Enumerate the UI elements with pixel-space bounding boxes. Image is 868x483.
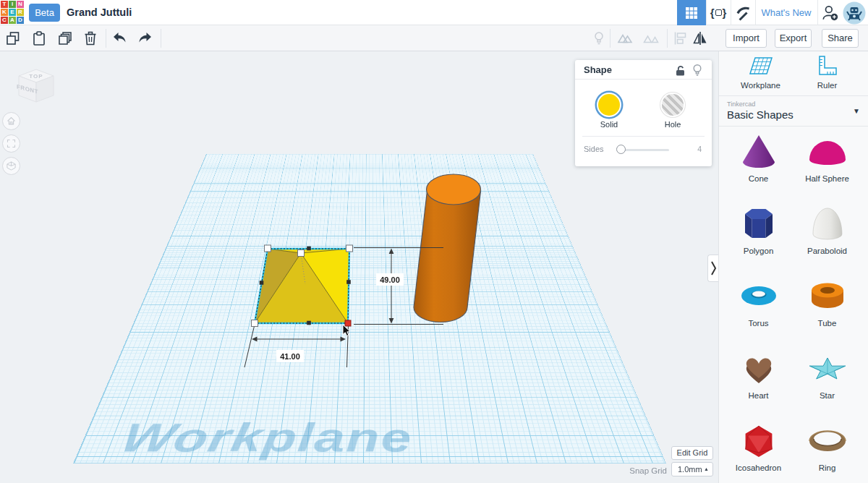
torus-shape-icon bbox=[737, 277, 780, 315]
group-icon[interactable] bbox=[616, 30, 634, 47]
flip-mirror-icon[interactable] bbox=[692, 30, 709, 47]
active-drag-handle[interactable] bbox=[345, 320, 351, 326]
snap-grid-label: Snap Grid bbox=[613, 463, 667, 478]
snap-grid-value: 1.0mm bbox=[678, 465, 702, 474]
redo-icon[interactable] bbox=[136, 30, 153, 47]
shapes-sidebar: Workplane Ruler Tinkercad Basic Shapes ▼ bbox=[718, 51, 868, 483]
cone-shape-icon bbox=[737, 132, 780, 170]
shape-tile-torus[interactable]: Torus bbox=[723, 271, 793, 343]
divider bbox=[667, 29, 668, 48]
title-bar: T I N K E R C A D Beta Grand Juttuli bbox=[0, 0, 868, 25]
shape-tile-polygon[interactable]: Polygon bbox=[723, 199, 793, 271]
shape-tile-paraboloid[interactable]: Paraboloid bbox=[792, 199, 862, 271]
sides-label: Sides bbox=[584, 145, 604, 153]
account-avatar[interactable] bbox=[842, 0, 867, 25]
home-view-button[interactable] bbox=[2, 112, 20, 130]
import-button[interactable]: Import bbox=[726, 29, 767, 48]
corner-handle[interactable] bbox=[346, 245, 353, 252]
snap-grid-dropdown[interactable]: 1.0mm ▲ bbox=[671, 462, 713, 476]
shape-tile-cone[interactable]: Cone bbox=[723, 127, 793, 199]
shape-label: Cone bbox=[723, 174, 793, 183]
perspective-toggle-button[interactable] bbox=[2, 157, 20, 175]
shape-tile-half-sphere[interactable]: Half Sphere bbox=[792, 127, 862, 199]
edge-handle[interactable] bbox=[260, 281, 264, 285]
shape-label: Icosahedron bbox=[723, 463, 793, 472]
align-icon[interactable] bbox=[671, 30, 689, 47]
corner-handle[interactable] bbox=[252, 320, 258, 327]
pyramid-object[interactable] bbox=[255, 249, 349, 323]
shape-label: Polygon bbox=[723, 247, 793, 255]
edge-handle[interactable] bbox=[307, 247, 311, 251]
add-user-button[interactable] bbox=[817, 0, 843, 25]
unlock-icon[interactable] bbox=[674, 64, 686, 76]
shape-tile-tube[interactable]: Tube bbox=[792, 271, 862, 343]
apps-grid-button[interactable] bbox=[677, 0, 706, 25]
logo-letter: K bbox=[1, 9, 8, 16]
sides-value: 4 bbox=[697, 145, 702, 153]
shape-tile-heart[interactable]: Heart bbox=[723, 343, 793, 416]
codeblocks-button[interactable]: {} bbox=[706, 0, 731, 25]
paste-icon[interactable] bbox=[30, 30, 48, 47]
beta-badge[interactable]: Beta bbox=[29, 4, 60, 22]
apps-grid-icon bbox=[684, 6, 699, 20]
svg-text:49.00: 49.00 bbox=[380, 275, 400, 284]
whats-new-link[interactable]: What's New bbox=[755, 0, 817, 25]
shape-tile-ring[interactable]: Ring bbox=[792, 416, 862, 483]
logo-letter: C bbox=[1, 17, 8, 24]
caret-down-icon: ▼ bbox=[853, 107, 860, 115]
sides-slider-knob[interactable] bbox=[616, 145, 626, 154]
logo-letter: N bbox=[17, 1, 24, 8]
view-cube[interactable]: TOP FRONT bbox=[13, 64, 59, 109]
duplicate-icon[interactable] bbox=[56, 30, 74, 47]
sidebar-collapse-tab[interactable] bbox=[707, 255, 718, 282]
width-dimension-label[interactable]: 41.00 bbox=[276, 350, 304, 362]
divider bbox=[161, 29, 161, 48]
hole-option[interactable] bbox=[662, 94, 684, 116]
hint-lightbulb-icon[interactable] bbox=[590, 30, 608, 47]
solid-option[interactable] bbox=[598, 94, 620, 116]
category-name: Basic Shapes bbox=[727, 108, 793, 121]
copy-icon[interactable] bbox=[4, 30, 22, 47]
workplane-tool-icon bbox=[748, 54, 774, 77]
icosahedron-shape-icon bbox=[737, 422, 780, 459]
lightbulb-icon[interactable] bbox=[692, 64, 703, 77]
shape-category-dropdown[interactable]: Tinkercad Basic Shapes ▼ bbox=[719, 97, 868, 127]
shape-tile-icosahedron[interactable]: Icosahedron bbox=[723, 416, 793, 483]
ungroup-icon[interactable] bbox=[642, 30, 660, 47]
delete-icon[interactable] bbox=[82, 30, 99, 47]
ruler-tool[interactable]: Ruler bbox=[793, 54, 861, 95]
minecraft-button[interactable] bbox=[731, 0, 755, 25]
corner-handle[interactable] bbox=[265, 245, 271, 252]
undo-icon[interactable] bbox=[111, 30, 129, 47]
export-button[interactable]: Export bbox=[775, 29, 812, 48]
share-button[interactable]: Share bbox=[822, 29, 859, 48]
logo-letter: R bbox=[17, 9, 24, 16]
sides-slider-track[interactable] bbox=[620, 149, 669, 151]
shape-label: Star bbox=[792, 391, 862, 400]
document-title[interactable]: Grand Juttuli bbox=[67, 0, 132, 25]
half-sphere-shape-icon bbox=[806, 132, 849, 170]
svg-text:TOP: TOP bbox=[29, 73, 43, 80]
ruler-tool-label: Ruler bbox=[793, 81, 861, 90]
height-dimension-label[interactable]: 49.00 bbox=[376, 273, 404, 286]
divider bbox=[610, 29, 610, 48]
shape-tile-star[interactable]: Star bbox=[792, 343, 862, 416]
shape-label: Ring bbox=[792, 463, 862, 472]
paraboloid-shape-icon bbox=[806, 205, 849, 242]
apex-handle[interactable] bbox=[298, 250, 305, 257]
edge-handle[interactable] bbox=[346, 280, 351, 284]
shape-panel-header: Shape bbox=[575, 60, 712, 80]
workplane-tool[interactable]: Workplane bbox=[726, 54, 795, 95]
edit-grid-button[interactable]: Edit Grid bbox=[671, 446, 713, 460]
edge-handle[interactable] bbox=[307, 321, 311, 325]
cylinder-object[interactable] bbox=[414, 174, 481, 322]
tinkercad-logo[interactable]: T I N K E R C A D bbox=[1, 1, 24, 24]
fit-view-button[interactable] bbox=[2, 134, 20, 153]
polygon-shape-icon bbox=[737, 205, 780, 242]
ring-shape-icon bbox=[806, 422, 849, 459]
shape-panel-title: Shape bbox=[584, 60, 612, 80]
dropdown-arrow-icon: ▲ bbox=[704, 463, 709, 476]
shape-label: Torus bbox=[723, 319, 793, 328]
sidebar-tools-row: Workplane Ruler bbox=[719, 51, 868, 96]
logo-letter: E bbox=[9, 9, 16, 16]
